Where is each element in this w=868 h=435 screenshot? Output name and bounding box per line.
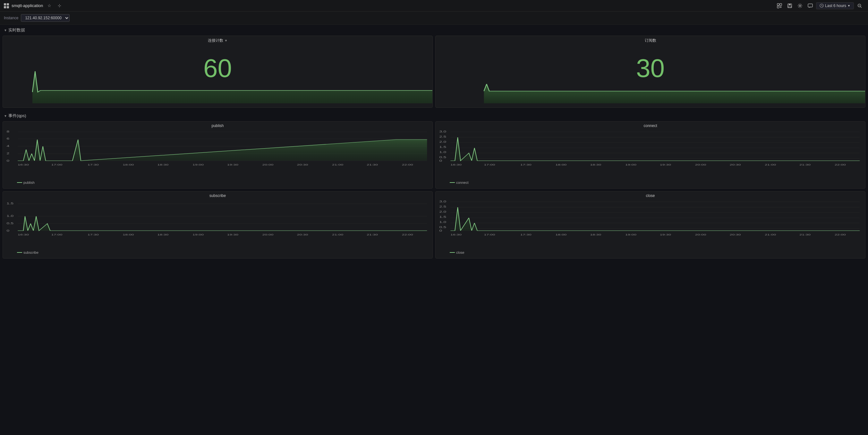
time-range-button[interactable]: Last 6 hours ▼ — [816, 2, 854, 9]
svg-text:18:30: 18:30 — [157, 163, 168, 166]
svg-text:21:30: 21:30 — [367, 163, 378, 166]
subscriptions-title: 订阅数 — [645, 38, 656, 43]
svg-text:18:30: 18:30 — [590, 163, 601, 166]
events-row-2: subscribe 1.5 1.0 0.5 0 16 — [3, 191, 865, 258]
svg-marker-76 — [18, 216, 427, 231]
svg-text:17:00: 17:00 — [484, 163, 495, 166]
connect-legend-line — [450, 182, 455, 183]
add-panel-icon — [777, 3, 782, 8]
publish-header: publish — [3, 122, 432, 129]
svg-text:20:00: 20:00 — [262, 233, 274, 236]
chevron-down-icon: ▼ — [847, 4, 850, 7]
zoom-icon — [857, 3, 862, 8]
svg-text:19:00: 19:00 — [625, 163, 637, 166]
filterbar: Instance 121.40.92.152:60000 — [0, 11, 868, 25]
close-chart: 3.0 2.5 2.0 1.5 1.0 0.5 0 — [436, 198, 865, 248]
star-button[interactable]: ☆ — [45, 2, 53, 9]
svg-text:17:30: 17:30 — [88, 233, 99, 236]
svg-line-12 — [822, 6, 823, 6]
connections-chart: 60 — [3, 44, 432, 103]
connections-title: 连接计数 — [208, 38, 223, 43]
svg-text:18:00: 18:00 — [556, 163, 567, 166]
topbar-left: smqtt-application ☆ ⊹ — [4, 2, 775, 9]
publish-panel: publish 8 6 4 2 0 — [3, 121, 433, 189]
publish-chart: 8 6 4 2 0 — [3, 129, 432, 178]
save-button[interactable] — [785, 2, 794, 10]
share-button[interactable]: ⊹ — [56, 2, 63, 9]
subscribe-legend-line — [17, 252, 22, 253]
connect-legend-label: connect — [456, 181, 469, 184]
svg-rect-7 — [788, 6, 791, 7]
subscriptions-header: 订阅数 — [436, 36, 865, 44]
svg-text:21:00: 21:00 — [765, 233, 776, 236]
svg-text:16:30: 16:30 — [18, 233, 29, 236]
connect-title: connect — [644, 124, 657, 128]
svg-rect-6 — [789, 4, 791, 5]
svg-text:16:30: 16:30 — [451, 233, 462, 236]
svg-text:20:00: 20:00 — [262, 163, 274, 166]
subscribe-legend: subscribe — [3, 249, 432, 256]
instance-select[interactable]: 121.40.92.152:60000 — [21, 14, 70, 22]
realtime-section-header[interactable]: ▼ 实时数据 — [0, 25, 868, 36]
svg-text:17:00: 17:00 — [51, 233, 63, 236]
svg-text:2.0: 2.0 — [439, 210, 446, 214]
comment-icon — [808, 3, 813, 8]
svg-text:18:00: 18:00 — [556, 233, 567, 236]
publish-legend-label: publish — [23, 181, 35, 184]
svg-text:17:30: 17:30 — [520, 163, 531, 166]
publish-title: publish — [211, 124, 224, 128]
svg-text:20:30: 20:30 — [297, 233, 308, 236]
svg-text:0.5: 0.5 — [6, 222, 13, 225]
svg-text:1.0: 1.0 — [439, 151, 446, 154]
svg-rect-0 — [777, 3, 779, 5]
svg-text:1.5: 1.5 — [439, 145, 446, 149]
close-panel: close 3.0 2.5 2.0 1.5 1.0 0.5 0 — [435, 191, 865, 258]
svg-text:19:00: 19:00 — [192, 163, 204, 166]
connect-chart: 3.0 2.5 2.0 1.5 1.0 0.5 0 — [436, 129, 865, 178]
svg-line-14 — [861, 6, 862, 8]
svg-text:18:30: 18:30 — [157, 233, 168, 236]
svg-marker-103 — [451, 207, 860, 231]
publish-legend-line — [17, 182, 22, 183]
connect-panel: connect 3.0 2.5 2.0 1.5 1.0 0.5 0 — [435, 121, 865, 189]
close-legend: close — [436, 249, 865, 256]
svg-text:2: 2 — [6, 152, 9, 155]
gear-icon — [798, 3, 803, 8]
settings-button[interactable] — [796, 2, 805, 10]
connect-legend: connect — [436, 179, 865, 186]
events-section-title: 事件(qps) — [8, 113, 26, 119]
svg-text:20:30: 20:30 — [297, 163, 308, 166]
svg-text:17:00: 17:00 — [51, 163, 63, 166]
svg-text:18:30: 18:30 — [590, 233, 601, 236]
close-legend-label: close — [456, 251, 464, 254]
svg-text:0.5: 0.5 — [439, 225, 446, 229]
svg-text:8: 8 — [6, 130, 9, 133]
events-section-header[interactable]: ▼ 事件(qps) — [0, 111, 868, 121]
svg-text:21:30: 21:30 — [799, 233, 811, 236]
star-icon: ☆ — [48, 3, 51, 8]
svg-point-8 — [799, 5, 801, 6]
realtime-section-title: 实时数据 — [8, 27, 25, 33]
svg-text:22:00: 22:00 — [835, 233, 846, 236]
subscribe-panel: subscribe 1.5 1.0 0.5 0 16 — [3, 191, 433, 258]
svg-text:19:00: 19:00 — [625, 233, 637, 236]
svg-text:22:00: 22:00 — [402, 233, 413, 236]
close-header: close — [436, 191, 865, 198]
svg-rect-9 — [808, 4, 812, 7]
svg-rect-2 — [777, 6, 779, 8]
svg-text:19:30: 19:30 — [660, 233, 671, 236]
events-panels: publish 8 6 4 2 0 — [0, 121, 868, 258]
svg-text:6: 6 — [6, 137, 9, 141]
zoom-button[interactable] — [855, 2, 864, 10]
svg-text:17:00: 17:00 — [484, 233, 495, 236]
app-icon — [4, 3, 9, 8]
svg-text:1.5: 1.5 — [439, 215, 446, 219]
comment-button[interactable] — [806, 2, 815, 10]
svg-text:2.0: 2.0 — [439, 140, 446, 144]
realtime-panels: 连接计数 ▼ 60 — [0, 36, 868, 108]
svg-text:4: 4 — [6, 144, 9, 148]
add-panel-button[interactable] — [775, 2, 784, 10]
subscribe-legend-label: subscribe — [23, 251, 38, 254]
connections-panel: 连接计数 ▼ 60 — [3, 36, 433, 108]
svg-text:19:30: 19:30 — [660, 163, 671, 166]
